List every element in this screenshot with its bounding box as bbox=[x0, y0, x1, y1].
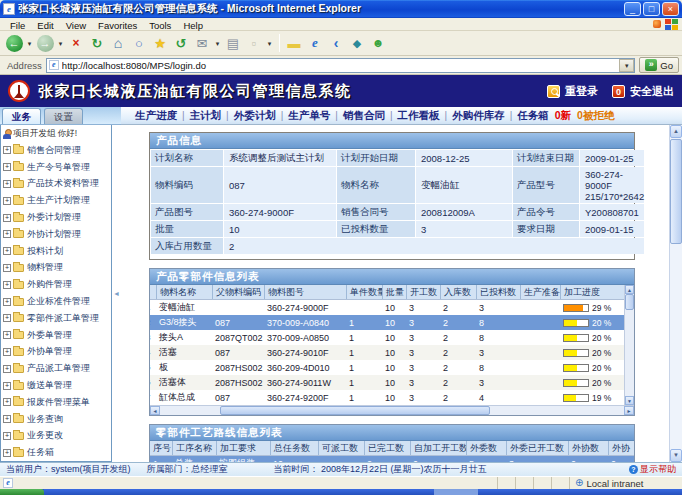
scroll-right-icon[interactable]: ► bbox=[624, 406, 634, 415]
nav-item-7[interactable]: 外购件库存 bbox=[452, 109, 505, 123]
tree-item-17[interactable]: +业务查询 bbox=[1, 411, 111, 428]
browser-button[interactable]: e bbox=[305, 33, 325, 54]
close-button[interactable]: × bbox=[662, 2, 679, 16]
tab-settings[interactable]: 设置 bbox=[44, 108, 83, 124]
menu-edit[interactable]: Edit bbox=[31, 20, 59, 31]
tree-item-12[interactable]: +外委单管理 bbox=[1, 327, 111, 344]
tree-item-3[interactable]: +产品技术资料管理 bbox=[1, 176, 111, 193]
nav-item-6[interactable]: 工作看板 bbox=[398, 109, 440, 123]
expand-icon[interactable]: + bbox=[3, 314, 11, 322]
nav-badge-1[interactable]: 0新 bbox=[555, 109, 571, 123]
taskbar-button[interactable] bbox=[434, 489, 478, 495]
scroll-down-icon[interactable]: ▼ bbox=[625, 396, 634, 405]
tree-item-19[interactable]: +任务箱 bbox=[1, 444, 111, 461]
mail-button[interactable]: ✉ bbox=[192, 33, 212, 54]
nav-item-2[interactable]: 主计划 bbox=[190, 109, 222, 123]
search-button[interactable]: ○ bbox=[129, 33, 149, 54]
research-button[interactable]: ◆ bbox=[347, 33, 367, 54]
address-dropdown-button[interactable]: ▾ bbox=[619, 59, 634, 72]
back-button[interactable]: ← bbox=[4, 33, 24, 54]
scroll-up-icon[interactable]: ▲ bbox=[625, 285, 634, 294]
tree-item-10[interactable]: +企业标准件管理 bbox=[1, 293, 111, 310]
scroll-up-icon[interactable]: ▲ bbox=[670, 125, 682, 138]
menu-tools[interactable]: Tools bbox=[143, 20, 177, 31]
refresh-button[interactable]: ↻ bbox=[87, 33, 107, 54]
start-button[interactable] bbox=[0, 489, 44, 495]
tree-item-11[interactable]: +零部件派工单管理 bbox=[1, 310, 111, 327]
windows-taskbar[interactable] bbox=[0, 489, 682, 495]
expand-icon[interactable]: + bbox=[3, 230, 11, 238]
messenger-button[interactable]: ☻ bbox=[368, 33, 388, 54]
scroll-thumb[interactable] bbox=[670, 139, 682, 244]
scroll-thumb[interactable] bbox=[625, 294, 634, 310]
expand-icon[interactable]: + bbox=[3, 398, 11, 406]
tab-business[interactable]: 业务 bbox=[2, 108, 41, 124]
expand-icon[interactable]: + bbox=[3, 281, 11, 289]
expand-icon[interactable]: + bbox=[3, 331, 11, 339]
expand-icon[interactable]: + bbox=[3, 348, 11, 356]
expand-icon[interactable]: + bbox=[3, 365, 11, 373]
forward-button[interactable]: → bbox=[35, 33, 55, 54]
parts-row-7[interactable]: 7缸体总成087360-274-9200F11032419 % bbox=[150, 390, 624, 405]
edit-button[interactable]: ▫ bbox=[244, 33, 264, 54]
tree-item-6[interactable]: +外协计划管理 bbox=[1, 226, 111, 243]
show-help-link[interactable]: ? 显示帮助 bbox=[629, 463, 676, 476]
nav-item-8[interactable]: 任务箱 bbox=[517, 109, 549, 123]
tree-item-1[interactable]: +销售合同管理 bbox=[1, 142, 111, 159]
parts-row-1[interactable]: 1变幅油缸360-274-9000F1032329 % bbox=[150, 300, 624, 315]
notes-button[interactable]: ▬ bbox=[284, 33, 304, 54]
expand-icon[interactable]: + bbox=[3, 415, 11, 423]
relogin-button[interactable]: 重登录 bbox=[547, 84, 598, 99]
scroll-left-icon[interactable]: ◄ bbox=[150, 406, 160, 415]
frontpage-button[interactable]: ‹ bbox=[326, 33, 346, 54]
tree-item-2[interactable]: +生产令号单管理 bbox=[1, 159, 111, 176]
home-button[interactable]: ⌂ bbox=[108, 33, 128, 54]
expand-icon[interactable]: + bbox=[3, 298, 11, 306]
scroll-down-icon[interactable]: ▼ bbox=[670, 449, 682, 462]
main-vertical-scrollbar[interactable]: ▲ ▼ bbox=[669, 125, 682, 462]
print-button[interactable]: ▤ bbox=[223, 33, 243, 54]
tree-item-4[interactable]: +主生产计划管理 bbox=[1, 192, 111, 209]
nav-item-4[interactable]: 生产单号 bbox=[288, 109, 330, 123]
parts-horizontal-scrollbar[interactable]: ◄ ► bbox=[150, 405, 634, 415]
nav-item-1[interactable]: 生产进度 bbox=[135, 109, 177, 123]
tree-item-13[interactable]: +外协单管理 bbox=[1, 344, 111, 361]
expand-icon[interactable]: + bbox=[3, 247, 11, 255]
menu-view[interactable]: View bbox=[60, 20, 92, 31]
go-button[interactable]: » Go bbox=[639, 57, 679, 73]
expand-icon[interactable]: + bbox=[3, 180, 11, 188]
nav-item-3[interactable]: 外委计划 bbox=[234, 109, 276, 123]
parts-vertical-scrollbar[interactable]: ▲ ▼ bbox=[624, 285, 634, 405]
address-input[interactable]: e http://localhost:8080/MPS/login.do ▾ bbox=[46, 58, 635, 73]
tree-item-5[interactable]: +外委计划管理 bbox=[1, 209, 111, 226]
history-button[interactable]: ↺ bbox=[171, 33, 191, 54]
expand-icon[interactable]: + bbox=[3, 163, 11, 171]
forward-menu-button[interactable]: ▾ bbox=[56, 33, 65, 54]
expand-icon[interactable]: + bbox=[3, 264, 11, 272]
mail-menu-button[interactable]: ▾ bbox=[213, 33, 222, 54]
tree-item-18[interactable]: +业务更改 bbox=[1, 428, 111, 445]
tree-item-14[interactable]: +产品派工单管理 bbox=[1, 360, 111, 377]
menu-help[interactable]: Help bbox=[177, 20, 209, 31]
sidebar-collapse-handle[interactable]: ◄ bbox=[112, 125, 121, 462]
logout-button[interactable]: 0 安全退出 bbox=[612, 84, 674, 99]
favorites-button[interactable]: ★ bbox=[150, 33, 170, 54]
menu-favorites[interactable]: Favorites bbox=[92, 20, 143, 31]
parts-row-5[interactable]: 5板2087HS002360-209-4D01011032820 % bbox=[150, 360, 624, 375]
expand-icon[interactable]: + bbox=[3, 197, 11, 205]
parts-row-3[interactable]: 3接头A2087QT002370-009-A085011032820 % bbox=[150, 330, 624, 345]
parts-row-6[interactable]: 6活塞体2087HS002360-274-9011W11032320 % bbox=[150, 375, 624, 390]
back-menu-button[interactable]: ▾ bbox=[25, 33, 34, 54]
edit-menu-button[interactable]: ▾ bbox=[265, 33, 274, 54]
parts-row-2[interactable]: 2G3/8接头087370-009-A084011032820 % bbox=[150, 315, 624, 330]
tree-item-8[interactable]: +物料管理 bbox=[1, 260, 111, 277]
scroll-thumb[interactable] bbox=[220, 406, 490, 415]
menu-file[interactable]: File bbox=[4, 20, 31, 31]
expand-icon[interactable]: + bbox=[3, 449, 11, 457]
nav-badge-2[interactable]: 0被拒绝 bbox=[577, 109, 614, 123]
parts-row-4[interactable]: 4活塞087360-274-9010F11032320 % bbox=[150, 345, 624, 360]
minimize-button[interactable]: _ bbox=[624, 2, 641, 16]
maximize-button[interactable]: □ bbox=[643, 2, 660, 16]
expand-icon[interactable]: + bbox=[3, 432, 11, 440]
tree-item-15[interactable]: +缴送单管理 bbox=[1, 377, 111, 394]
